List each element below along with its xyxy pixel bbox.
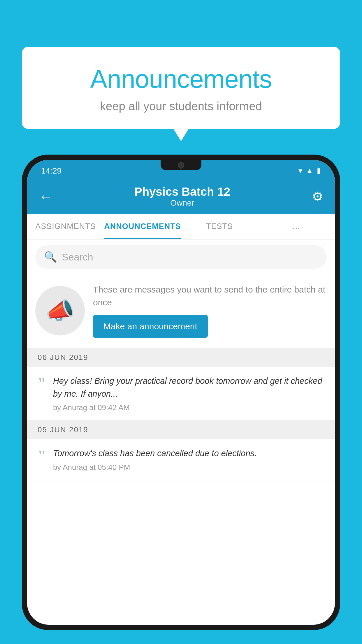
phone-camera (178, 162, 184, 169)
speech-bubble: Announcements keep all your students inf… (22, 47, 340, 129)
phone-notch (161, 160, 201, 170)
bubble-title: Announcements (45, 64, 317, 94)
phone-mockup: 14:29 ▾ ▲ ▮ ← Physics Batch 12 Owner ⚙ (22, 155, 340, 630)
tab-more[interactable]: … (258, 214, 335, 239)
search-bar[interactable]: 🔍 Search (35, 245, 327, 269)
signal-icon: ▲ (306, 166, 313, 175)
announcement-item-1[interactable]: " Hey class! Bring your practical record… (27, 367, 335, 421)
wifi-icon: ▾ (298, 166, 302, 175)
announcement-meta-1: by Anurag at 09:42 AM (53, 403, 324, 412)
announcement-item-2[interactable]: " Tomorrow's class has been cancelled du… (27, 439, 335, 480)
promo-icon-circle: 📣 (35, 286, 85, 335)
battery-icon: ▮ (317, 166, 321, 175)
batch-title: Physics Batch 12 (134, 185, 230, 198)
status-icons: ▾ ▲ ▮ (298, 166, 321, 175)
tab-tests[interactable]: TESTS (181, 214, 258, 239)
role-label: Owner (134, 198, 230, 208)
promo-content: These are messages you want to send to t… (93, 283, 327, 338)
announcement-content-1: Hey class! Bring your practical record b… (53, 375, 324, 412)
quote-icon-2: " (38, 448, 46, 463)
back-button[interactable]: ← (39, 188, 53, 204)
search-icon: 🔍 (44, 251, 57, 263)
phone-outer: 14:29 ▾ ▲ ▮ ← Physics Batch 12 Owner ⚙ (22, 155, 340, 630)
app-header: ← Physics Batch 12 Owner ⚙ (27, 179, 335, 214)
search-container: 🔍 Search (27, 239, 335, 274)
status-time: 14:29 (41, 166, 61, 176)
announcement-text-2: Tomorrow's class has been cancelled due … (53, 447, 324, 460)
tab-assignments[interactable]: ASSIGNMENTS (27, 214, 104, 239)
make-announcement-button[interactable]: Make an announcement (93, 315, 208, 338)
settings-icon[interactable]: ⚙ (312, 189, 323, 204)
quote-icon-1: " (38, 376, 46, 391)
megaphone-icon: 📣 (45, 297, 75, 324)
announcement-meta-2: by Anurag at 05:40 PM (53, 463, 324, 472)
announcement-text-1: Hey class! Bring your practical record b… (53, 375, 324, 400)
header-center: Physics Batch 12 Owner (134, 185, 230, 208)
promo-description: These are messages you want to send to t… (93, 283, 327, 309)
promo-section: 📣 These are messages you want to send to… (27, 274, 335, 348)
speech-bubble-section: Announcements keep all your students inf… (22, 47, 340, 129)
tab-announcements[interactable]: ANNOUNCEMENTS (104, 214, 181, 239)
tabs-container: ASSIGNMENTS ANNOUNCEMENTS TESTS … (27, 214, 335, 239)
announcement-content-2: Tomorrow's class has been cancelled due … (53, 447, 324, 472)
phone-screen: 14:29 ▾ ▲ ▮ ← Physics Batch 12 Owner ⚙ (27, 160, 335, 625)
search-placeholder: Search (62, 251, 93, 263)
date-divider-2: 05 JUN 2019 (27, 421, 335, 439)
bubble-subtitle: keep all your students informed (45, 100, 317, 113)
date-divider-1: 06 JUN 2019 (27, 348, 335, 367)
